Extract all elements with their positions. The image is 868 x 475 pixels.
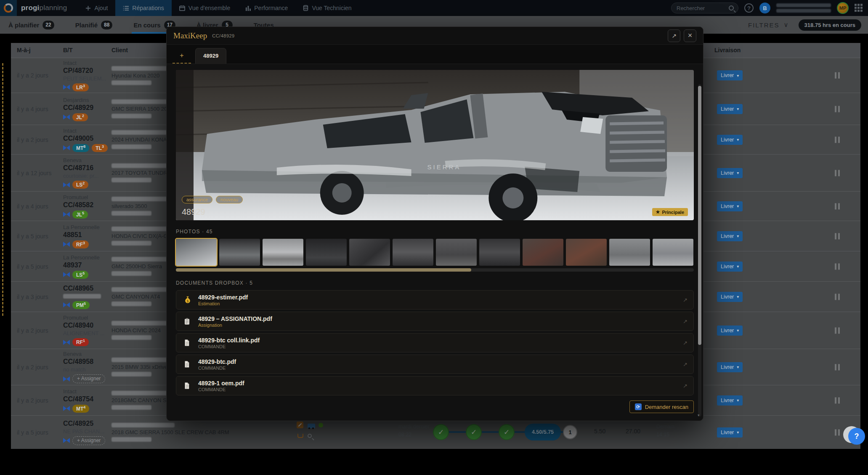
photo-thumbnail[interactable] <box>566 239 607 266</box>
column-header-client[interactable]: Client <box>111 47 128 53</box>
expand-icon: ↗ <box>672 32 677 39</box>
thumbnails-scrollbar-thumb[interactable] <box>176 268 471 272</box>
chevron-down-icon: ▾ <box>737 73 739 78</box>
deliver-button[interactable]: Livrer▾ <box>717 292 743 302</box>
close-icon: × <box>688 31 693 40</box>
modal-scrollbar[interactable]: ▾ <box>698 84 701 416</box>
nav-item-vue-technicien[interactable]: Vue Technicien <box>295 0 359 16</box>
help-icon[interactable]: ? <box>744 3 754 13</box>
step-counter[interactable]: 1 <box>563 425 577 439</box>
badges-line: RF3 <box>63 240 111 248</box>
photo-thumbnail[interactable] <box>393 239 433 266</box>
pause-icon[interactable] <box>835 364 840 370</box>
apps-grid-icon[interactable] <box>855 4 863 12</box>
pause-icon[interactable] <box>835 170 840 176</box>
deliver-button[interactable]: Livrer▾ <box>717 104 743 114</box>
search-box[interactable] <box>671 3 738 13</box>
main-vehicle-photo[interactable]: SIERRA assurancenouveau 48929 ★ Principa… <box>176 70 694 220</box>
nav-item-ajout[interactable]: Ajout <box>78 0 115 16</box>
last-update-timestamp: mardi dernier 08:22 <box>398 423 430 439</box>
photo-thumbnail[interactable] <box>436 239 477 266</box>
pause-icon[interactable] <box>835 233 840 239</box>
thumbnails-scrollbar[interactable] <box>176 268 694 272</box>
chevron-down-icon: ▾ <box>737 328 739 333</box>
work-order-tab[interactable]: 48929 <box>195 48 226 64</box>
close-button[interactable]: × <box>684 29 696 42</box>
redacted-client-name <box>111 358 175 362</box>
exchange-icon <box>63 438 70 443</box>
column-header-livraison[interactable]: Livraison <box>714 47 741 53</box>
document-row[interactable]: 48929 – ASSIGNATION.pdfAssignation↗ <box>176 312 694 331</box>
photo-thumbnail[interactable] <box>349 239 390 266</box>
deliver-button[interactable]: Livrer▾ <box>717 395 743 406</box>
rescan-button[interactable]: ⟳ Demander rescan <box>629 400 694 413</box>
deliver-button[interactable]: Livrer▾ <box>717 70 743 80</box>
drop-indicator-line <box>2 63 3 316</box>
column-header-bt[interactable]: B/T <box>63 47 73 53</box>
document-row[interactable]: 48929-btc coll.link.pdfCOMMANDE↗ <box>176 333 694 352</box>
bt-cell: IntactCC/48754MT4 <box>63 388 111 413</box>
assign-button[interactable]: + Assigner <box>72 436 105 445</box>
pause-icon[interactable] <box>835 72 840 79</box>
hours-ratio-pill[interactable]: 4.50/5.75 <box>525 424 561 440</box>
avatar[interactable]: MP <box>837 2 849 14</box>
document-row[interactable]: 48929-1 oem.pdfCOMMANDE↗ <box>176 376 694 395</box>
photo-thumbnail[interactable] <box>263 239 303 266</box>
open-link-icon: ↗ <box>683 297 687 303</box>
badges-line: PM5 <box>63 301 111 309</box>
photo-thumbnail[interactable] <box>653 239 693 266</box>
pause-icon[interactable] <box>835 203 840 209</box>
column-header-maj[interactable]: M-à-j <box>17 47 31 53</box>
nav-item-vue-d-ensemble[interactable]: Vue d'ensemble <box>172 0 238 16</box>
modal-scrollbar-thumb[interactable] <box>698 86 701 345</box>
photo-thumbnail[interactable] <box>609 239 650 266</box>
photo-thumbnail[interactable] <box>306 239 347 266</box>
tab-label: Planifié <box>75 21 98 29</box>
tab-planifie[interactable]: Planifié88 <box>74 16 114 34</box>
pause-icon[interactable] <box>835 263 840 270</box>
photo-thumbnail[interactable] <box>219 239 260 266</box>
deliver-button[interactable]: Livrer▾ <box>717 168 743 178</box>
photo-tag-assurance: assurance <box>182 196 212 203</box>
document-row[interactable]: 48929-btc.pdfCOMMANDE↗ <box>176 355 694 374</box>
open-link-icon: ↗ <box>683 361 687 368</box>
claim-number: 48851 <box>63 231 111 239</box>
deliver-button[interactable]: Livrer▾ <box>717 201 743 211</box>
deliver-button[interactable]: Livrer▾ <box>717 135 743 145</box>
deliver-button[interactable]: Livrer▾ <box>717 231 743 241</box>
help-fab[interactable]: ? <box>848 428 865 445</box>
app-logo[interactable] <box>0 0 17 16</box>
modal-tab-strip: + 48929 <box>167 45 703 64</box>
pause-icon[interactable] <box>835 327 840 334</box>
badges-line: JL2 <box>63 113 111 121</box>
exchange-icon <box>63 85 70 90</box>
document-icon <box>183 382 194 390</box>
photo-thumbnail[interactable] <box>523 239 563 266</box>
photo-thumbnail[interactable] <box>479 239 520 266</box>
expand-button[interactable]: ↗ <box>668 29 680 42</box>
search-input[interactable] <box>676 5 729 12</box>
pause-icon[interactable] <box>835 106 840 112</box>
pause-icon[interactable] <box>835 397 840 403</box>
photo-thumbnail[interactable] <box>176 239 217 266</box>
nav-item-reparations[interactable]: Réparations <box>115 0 172 16</box>
document-name: 48929 – ASSIGNATION.pdf <box>198 315 272 322</box>
add-tab-button[interactable]: + <box>173 52 191 64</box>
tab-a-planifier[interactable]: À planifier22 <box>7 16 56 34</box>
nav-items: AjoutRéparationsVue d'ensemblePerformanc… <box>78 0 359 16</box>
pause-icon[interactable] <box>835 294 840 300</box>
org-badge[interactable]: B <box>759 3 770 13</box>
deliver-button[interactable]: Livrer▾ <box>717 262 743 272</box>
deliver-button[interactable]: Livrer▾ <box>717 362 743 372</box>
deliver-button[interactable]: Livrer▾ <box>717 326 743 336</box>
claim-number: CC/48582 <box>63 201 111 209</box>
redacted-note <box>63 294 101 299</box>
document-row[interactable]: $48929-estimer.pdfEstimation↗ <box>176 290 694 310</box>
pause-icon[interactable] <box>835 136 840 143</box>
claim-note: NE PAS CHAN... <box>63 428 111 435</box>
assign-button[interactable]: + Assigner <box>72 374 105 383</box>
filters-button[interactable]: FILTRES ∨ <box>748 21 789 29</box>
nav-item-performance[interactable]: Performance <box>238 0 295 16</box>
exchange-icon <box>63 182 70 187</box>
chevron-down-icon: ▾ <box>737 137 739 142</box>
